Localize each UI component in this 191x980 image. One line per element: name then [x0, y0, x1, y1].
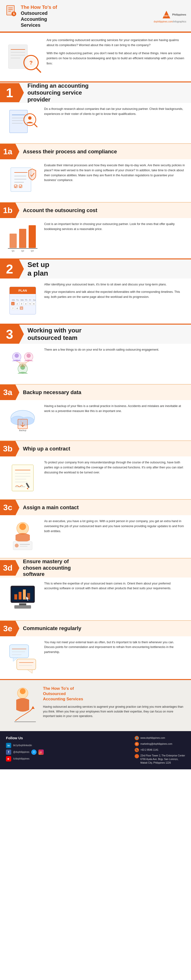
triangle-3b	[16, 441, 19, 457]
svg-text:We: We	[21, 299, 24, 301]
step2-body: PLAN Mo Tu We Th Fr Sa 1 2 3 4 5	[0, 278, 191, 324]
svg-line-25	[34, 124, 37, 127]
svg-text:Q2: Q2	[21, 250, 24, 252]
step1-body: Do a thorough research about companies t…	[0, 103, 191, 143]
step2-header: 2 Set up a plan	[0, 259, 191, 278]
step1b-title: Account the outsourcing cost	[19, 207, 97, 213]
svg-rect-34	[10, 234, 17, 248]
svg-point-97	[19, 523, 26, 530]
svg-text:Sa: Sa	[33, 299, 35, 301]
step1b-body: Q1 Q2 Q3 Cost is an important factor in …	[0, 218, 191, 258]
footer-phone: 📞 +63 2 8546 1141	[135, 748, 185, 752]
step3a-header: 3a Backup necessary data	[0, 385, 191, 400]
step3d-container: 3d Ensure mastery of chosen accounting s…	[0, 558, 191, 620]
step3a-body: Backup Having a backup of your files is …	[0, 400, 191, 441]
intro-image: ?	[6, 38, 42, 77]
intro-section: ? Are you considering outsourced account…	[0, 33, 191, 81]
svg-point-121	[20, 688, 25, 694]
svg-rect-36	[29, 225, 36, 248]
step3c-number: 3c	[0, 500, 16, 515]
intro-text: Are you considering outsourced accountin…	[46, 38, 185, 66]
footer-email: ✉ marketing@dvphilippines.com	[135, 742, 185, 746]
social-youtube[interactable]: ▶ /c/dvphilippines	[6, 756, 44, 762]
header-title-block: The How To's of Outsourced Accounting Se…	[21, 4, 57, 28]
header-right: D&V Philippines dvphilippines.com/infogr…	[154, 10, 186, 23]
step3b-image	[6, 460, 40, 495]
triangle-3d	[16, 560, 19, 576]
svg-text:PLAN: PLAN	[18, 289, 27, 292]
svg-text:7: 7	[12, 307, 13, 310]
triangle-3e	[16, 621, 19, 636]
step3c-title: Assign a main contact	[19, 504, 79, 511]
step3b-header: 3b Whip up a contract	[0, 441, 191, 457]
step1-header: 1 Finding an accounting outsourcing serv…	[0, 83, 191, 103]
step2-body1: After identifying your outsourced team, …	[44, 282, 185, 287]
header-icon: $	[5, 4, 18, 18]
triangle-3a	[16, 385, 19, 400]
step3-text: There are a few things to do on your end…	[44, 347, 185, 352]
social-facebook[interactable]: f @dvphilippines ✦ ◎	[6, 749, 44, 755]
step3b-title: Whip up a contract	[19, 446, 70, 452]
footer-address: 📍 23rd Floor Tower 2, The Enterprise Cen…	[135, 754, 185, 765]
svg-line-15	[37, 68, 41, 72]
svg-text:$: $	[13, 12, 15, 16]
step2-title: Set up a plan	[24, 260, 49, 278]
step3-body: There are a few things to do on your end…	[0, 344, 191, 384]
email-icon: ✉	[135, 742, 139, 746]
step3-title: Working with your outsourced team	[24, 327, 81, 342]
step3e-text: You may not meet your external team as o…	[44, 640, 185, 655]
step1-text: Do a thorough research about companies t…	[44, 107, 185, 116]
step3-container: 3 Working with your outsourced team	[0, 324, 191, 384]
svg-text:Q3: Q3	[31, 250, 33, 252]
web-icon: 🌐	[135, 736, 139, 740]
step1a-header: 1a Assess their process and compliance	[0, 144, 191, 159]
logo-area: D&V Philippines	[162, 10, 186, 19]
step3e-title: Communicate regularly	[19, 625, 81, 632]
step3a-image: Backup	[6, 404, 40, 436]
step1-title: Finding an accounting outsourcing servic…	[24, 83, 89, 103]
linkedin-handle: bit.ly/dvphlinkedin	[13, 744, 32, 747]
instagram-icon: ◎	[38, 749, 44, 755]
svg-text:?: ?	[29, 60, 32, 66]
svg-text:1: 1	[12, 302, 13, 305]
facebook-icon: f	[6, 749, 11, 755]
svg-text:6: 6	[33, 302, 34, 305]
step3c-container: 3c Assign a main contact As an executive…	[0, 499, 191, 558]
step1a-title: Assess their process and compliance	[19, 149, 117, 155]
youtube-handle: /c/dvphilippines	[13, 757, 29, 760]
intro-para1: Are you considering outsourced accountin…	[46, 38, 185, 48]
svg-rect-111	[10, 645, 29, 658]
youtube-icon: ▶	[6, 756, 11, 762]
svg-text:D&V: D&V	[164, 14, 169, 17]
svg-text:8: 8	[16, 307, 18, 310]
step1a-body: Evaluate their internal processes and ho…	[0, 159, 191, 202]
footer-website: 🌐 www.dvphilippines.com	[135, 736, 185, 740]
step3-header: 3 Working with your outsourced team	[0, 325, 191, 344]
svg-line-78	[25, 361, 29, 363]
footer-left: Follow Us in bit.ly/dvphlinkedin f @dvph…	[6, 736, 44, 762]
step2-container: 2 Set up a plan PLAN Mo Tu We Th Fr Sa	[0, 258, 191, 324]
triangle-1b	[16, 203, 19, 218]
step1a-container: 1a Assess their process and compliance	[0, 143, 191, 202]
logo-icon: D&V	[162, 10, 171, 19]
step3d-text: This is where the expertise of your outs…	[44, 581, 185, 591]
svg-point-26	[28, 116, 32, 120]
step3b-number: 3b	[0, 441, 16, 457]
svg-text:9: 9	[21, 307, 22, 310]
twitter-icon: ✦	[31, 749, 37, 755]
svg-text:Q1: Q1	[12, 250, 14, 252]
svg-rect-104	[14, 594, 17, 600]
svg-rect-109	[14, 605, 31, 609]
step3d-header: 3d Ensure mastery of chosen accounting s…	[0, 558, 191, 577]
svg-text:Mo: Mo	[12, 299, 15, 301]
step3d-body: This is where the expertise of your outs…	[0, 578, 191, 620]
svg-line-77	[17, 361, 20, 363]
social-linkedin[interactable]: in bit.ly/dvphlinkedin	[6, 743, 44, 748]
svg-point-99	[15, 544, 19, 547]
step2-image: PLAN Mo Tu We Th Fr Sa 1 2 3 4 5	[6, 282, 40, 319]
triangle-2	[19, 259, 24, 278]
step3-number: 3	[0, 325, 19, 344]
svg-rect-108	[19, 603, 26, 605]
linkedin-icon: in	[6, 743, 11, 748]
facebook-handle: @dvphilippines	[13, 751, 29, 753]
